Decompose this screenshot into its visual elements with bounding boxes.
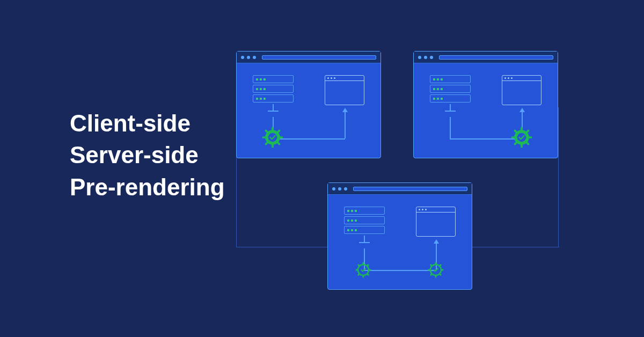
svg-rect-3 xyxy=(262,136,266,138)
svg-point-19 xyxy=(517,133,526,142)
svg-rect-12 xyxy=(521,144,523,148)
flow-line xyxy=(450,117,451,138)
window-urlbar xyxy=(439,55,553,60)
arrow-icon xyxy=(342,108,348,112)
svg-rect-2 xyxy=(272,144,274,148)
svg-rect-14 xyxy=(528,136,532,138)
svg-rect-24 xyxy=(368,269,371,271)
arrow-icon xyxy=(519,108,525,112)
window-titlebar xyxy=(237,52,380,63)
svg-rect-13 xyxy=(511,136,515,138)
arrow-icon xyxy=(434,239,439,244)
server-icon xyxy=(344,207,385,243)
browser-icon xyxy=(416,207,456,237)
window-body xyxy=(237,63,380,158)
window-control-dot xyxy=(332,187,335,191)
svg-point-9 xyxy=(268,133,277,142)
gear-check-icon xyxy=(426,260,445,280)
window-pre-rendering xyxy=(327,182,472,290)
server-icon xyxy=(253,75,294,112)
window-body xyxy=(328,195,472,289)
window-control-dot xyxy=(418,56,421,59)
svg-rect-22 xyxy=(363,275,364,277)
diagram-canvas xyxy=(0,0,644,337)
window-client-side xyxy=(236,51,381,158)
browser-icon xyxy=(502,75,541,105)
flow-line xyxy=(364,270,436,271)
browser-icon xyxy=(325,75,364,105)
server-icon xyxy=(430,75,471,112)
gear-check-icon xyxy=(260,125,285,150)
window-titlebar xyxy=(414,52,558,63)
svg-rect-11 xyxy=(521,127,523,131)
svg-rect-31 xyxy=(435,275,437,277)
window-control-dot xyxy=(247,56,250,59)
svg-rect-1 xyxy=(272,127,274,131)
window-server-side xyxy=(413,51,558,158)
window-urlbar xyxy=(262,55,376,60)
svg-rect-23 xyxy=(356,269,358,271)
svg-rect-21 xyxy=(363,262,364,265)
window-titlebar xyxy=(328,183,472,195)
window-control-dot xyxy=(338,187,341,191)
svg-rect-32 xyxy=(428,269,431,271)
window-control-dot xyxy=(253,56,256,59)
window-control-dot xyxy=(241,56,244,59)
gear-check-icon xyxy=(354,260,373,280)
window-body xyxy=(414,63,558,158)
connector-line xyxy=(236,247,327,247)
window-urlbar xyxy=(353,187,467,191)
connector-line xyxy=(472,247,559,247)
window-control-dot xyxy=(430,56,433,59)
svg-rect-4 xyxy=(279,136,283,138)
svg-rect-30 xyxy=(435,262,437,265)
flow-line xyxy=(345,112,346,138)
gear-check-icon xyxy=(509,125,534,150)
connector-line xyxy=(558,107,559,247)
window-control-dot xyxy=(424,56,427,59)
svg-rect-33 xyxy=(441,269,443,271)
window-control-dot xyxy=(344,187,347,191)
